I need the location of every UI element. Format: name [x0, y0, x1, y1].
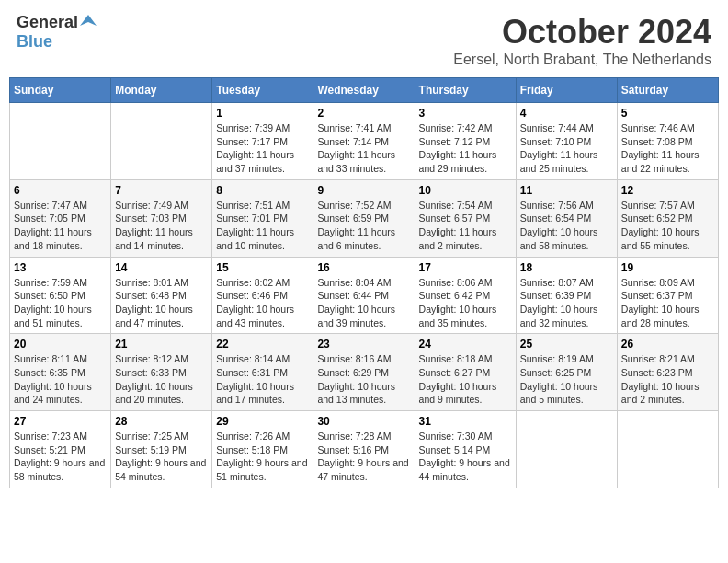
- calendar-cell: 24Sunrise: 8:18 AMSunset: 6:27 PMDayligh…: [415, 334, 516, 411]
- calendar-cell: 31Sunrise: 7:30 AMSunset: 5:14 PMDayligh…: [415, 411, 516, 488]
- weekday-header-sunday: Sunday: [10, 78, 111, 103]
- day-info: Sunrise: 7:56 AMSunset: 6:54 PMDaylight:…: [520, 199, 613, 253]
- day-number: 14: [115, 261, 208, 274]
- calendar-cell: 1Sunrise: 7:39 AMSunset: 7:17 PMDaylight…: [212, 103, 313, 180]
- calendar-cell: 8Sunrise: 7:51 AMSunset: 7:01 PMDaylight…: [212, 179, 313, 257]
- calendar-cell: 11Sunrise: 7:56 AMSunset: 6:54 PMDayligh…: [516, 179, 617, 257]
- calendar-cell: 30Sunrise: 7:28 AMSunset: 5:16 PMDayligh…: [313, 411, 415, 488]
- calendar-cell: 14Sunrise: 8:01 AMSunset: 6:48 PMDayligh…: [111, 257, 212, 334]
- day-info: Sunrise: 7:49 AMSunset: 7:03 PMDaylight:…: [115, 199, 208, 253]
- day-number: 25: [520, 338, 613, 350]
- calendar-cell: 21Sunrise: 8:12 AMSunset: 6:33 PMDayligh…: [111, 334, 212, 411]
- calendar-cell: 17Sunrise: 8:06 AMSunset: 6:42 PMDayligh…: [415, 257, 516, 334]
- day-info: Sunrise: 7:47 AMSunset: 7:05 PMDaylight:…: [14, 199, 107, 253]
- weekday-header-saturday: Saturday: [617, 78, 718, 103]
- day-number: 15: [216, 261, 309, 274]
- day-info: Sunrise: 7:28 AMSunset: 5:16 PMDaylight:…: [317, 430, 410, 484]
- logo: General Blue: [17, 13, 97, 52]
- day-info: Sunrise: 8:02 AMSunset: 6:46 PMDaylight:…: [216, 276, 309, 330]
- weekday-header-row: SundayMondayTuesdayWednesdayThursdayFrid…: [10, 78, 719, 103]
- weekday-header-friday: Friday: [516, 78, 617, 103]
- calendar-cell: 27Sunrise: 7:23 AMSunset: 5:21 PMDayligh…: [10, 411, 111, 488]
- day-number: 28: [115, 415, 208, 428]
- day-number: 18: [520, 261, 613, 274]
- day-number: 17: [419, 261, 512, 274]
- day-number: 21: [115, 338, 208, 350]
- day-info: Sunrise: 8:18 AMSunset: 6:27 PMDaylight:…: [419, 352, 512, 407]
- day-info: Sunrise: 7:51 AMSunset: 7:01 PMDaylight:…: [216, 199, 309, 253]
- calendar-table: SundayMondayTuesdayWednesdayThursdayFrid…: [9, 77, 719, 488]
- day-info: Sunrise: 8:04 AMSunset: 6:44 PMDaylight:…: [317, 276, 410, 330]
- logo-blue: Blue: [17, 32, 52, 52]
- calendar-cell: 28Sunrise: 7:25 AMSunset: 5:19 PMDayligh…: [111, 411, 212, 488]
- day-number: 12: [621, 184, 714, 197]
- day-info: Sunrise: 7:30 AMSunset: 5:14 PMDaylight:…: [419, 430, 512, 484]
- calendar-cell: 6Sunrise: 7:47 AMSunset: 7:05 PMDaylight…: [10, 179, 111, 257]
- day-info: Sunrise: 8:09 AMSunset: 6:37 PMDaylight:…: [621, 276, 714, 330]
- day-number: 2: [317, 107, 410, 120]
- day-number: 6: [14, 184, 107, 197]
- location-title: Eersel, North Brabant, The Netherlands: [453, 52, 711, 68]
- day-number: 30: [317, 415, 410, 428]
- day-info: Sunrise: 7:44 AMSunset: 7:10 PMDaylight:…: [520, 121, 613, 176]
- day-number: 10: [419, 184, 512, 197]
- calendar-cell: 22Sunrise: 8:14 AMSunset: 6:31 PMDayligh…: [212, 334, 313, 411]
- calendar-cell: 16Sunrise: 8:04 AMSunset: 6:44 PMDayligh…: [313, 257, 415, 334]
- day-number: 26: [621, 338, 714, 350]
- day-info: Sunrise: 7:41 AMSunset: 7:14 PMDaylight:…: [317, 121, 410, 176]
- logo-bird-icon: [80, 13, 97, 29]
- day-info: Sunrise: 7:42 AMSunset: 7:12 PMDaylight:…: [419, 121, 512, 176]
- day-number: 13: [14, 261, 107, 274]
- calendar-cell: 18Sunrise: 8:07 AMSunset: 6:39 PMDayligh…: [516, 257, 617, 334]
- calendar-week-3: 13Sunrise: 7:59 AMSunset: 6:50 PMDayligh…: [10, 257, 719, 334]
- day-number: 4: [520, 107, 613, 120]
- day-number: 20: [14, 338, 107, 350]
- day-number: 31: [419, 415, 512, 428]
- weekday-header-thursday: Thursday: [415, 78, 516, 103]
- day-info: Sunrise: 8:19 AMSunset: 6:25 PMDaylight:…: [520, 352, 613, 407]
- month-title: October 2024: [453, 13, 711, 52]
- day-info: Sunrise: 8:16 AMSunset: 6:29 PMDaylight:…: [317, 352, 410, 407]
- day-info: Sunrise: 8:12 AMSunset: 6:33 PMDaylight:…: [115, 352, 208, 407]
- weekday-header-monday: Monday: [111, 78, 212, 103]
- calendar-cell: [617, 411, 718, 488]
- day-info: Sunrise: 7:54 AMSunset: 6:57 PMDaylight:…: [419, 199, 512, 253]
- calendar-cell: 20Sunrise: 8:11 AMSunset: 6:35 PMDayligh…: [10, 334, 111, 411]
- calendar-cell: [111, 103, 212, 180]
- calendar-cell: 5Sunrise: 7:46 AMSunset: 7:08 PMDaylight…: [617, 103, 718, 180]
- logo-general: General: [17, 13, 78, 32]
- day-info: Sunrise: 8:01 AMSunset: 6:48 PMDaylight:…: [115, 276, 208, 330]
- title-block: October 2024 Eersel, North Brabant, The …: [453, 13, 711, 68]
- weekday-header-tuesday: Tuesday: [212, 78, 313, 103]
- day-info: Sunrise: 8:14 AMSunset: 6:31 PMDaylight:…: [216, 352, 309, 407]
- calendar-cell: 23Sunrise: 8:16 AMSunset: 6:29 PMDayligh…: [313, 334, 415, 411]
- day-number: 5: [621, 107, 714, 120]
- calendar-cell: 4Sunrise: 7:44 AMSunset: 7:10 PMDaylight…: [516, 103, 617, 180]
- day-number: 27: [14, 415, 107, 428]
- day-number: 7: [115, 184, 208, 197]
- day-info: Sunrise: 7:25 AMSunset: 5:19 PMDaylight:…: [115, 430, 208, 484]
- calendar-week-4: 20Sunrise: 8:11 AMSunset: 6:35 PMDayligh…: [10, 334, 719, 411]
- calendar-cell: 2Sunrise: 7:41 AMSunset: 7:14 PMDaylight…: [313, 103, 415, 180]
- day-info: Sunrise: 7:52 AMSunset: 6:59 PMDaylight:…: [317, 199, 410, 253]
- calendar-cell: 10Sunrise: 7:54 AMSunset: 6:57 PMDayligh…: [415, 179, 516, 257]
- calendar-cell: 12Sunrise: 7:57 AMSunset: 6:52 PMDayligh…: [617, 179, 718, 257]
- calendar-cell: 29Sunrise: 7:26 AMSunset: 5:18 PMDayligh…: [212, 411, 313, 488]
- day-number: 11: [520, 184, 613, 197]
- day-number: 16: [317, 261, 410, 274]
- calendar-body: 1Sunrise: 7:39 AMSunset: 7:17 PMDaylight…: [10, 103, 719, 488]
- calendar-cell: 15Sunrise: 8:02 AMSunset: 6:46 PMDayligh…: [212, 257, 313, 334]
- calendar-week-5: 27Sunrise: 7:23 AMSunset: 5:21 PMDayligh…: [10, 411, 719, 488]
- calendar-cell: [516, 411, 617, 488]
- day-number: 22: [216, 338, 309, 350]
- calendar-cell: 26Sunrise: 8:21 AMSunset: 6:23 PMDayligh…: [617, 334, 718, 411]
- calendar-cell: 25Sunrise: 8:19 AMSunset: 6:25 PMDayligh…: [516, 334, 617, 411]
- day-number: 3: [419, 107, 512, 120]
- calendar-cell: 13Sunrise: 7:59 AMSunset: 6:50 PMDayligh…: [10, 257, 111, 334]
- day-info: Sunrise: 7:46 AMSunset: 7:08 PMDaylight:…: [621, 121, 714, 176]
- day-info: Sunrise: 8:21 AMSunset: 6:23 PMDaylight:…: [621, 352, 714, 407]
- calendar-cell: 9Sunrise: 7:52 AMSunset: 6:59 PMDaylight…: [313, 179, 415, 257]
- calendar-week-1: 1Sunrise: 7:39 AMSunset: 7:17 PMDaylight…: [10, 103, 719, 180]
- day-info: Sunrise: 8:07 AMSunset: 6:39 PMDaylight:…: [520, 276, 613, 330]
- svg-marker-0: [80, 15, 97, 26]
